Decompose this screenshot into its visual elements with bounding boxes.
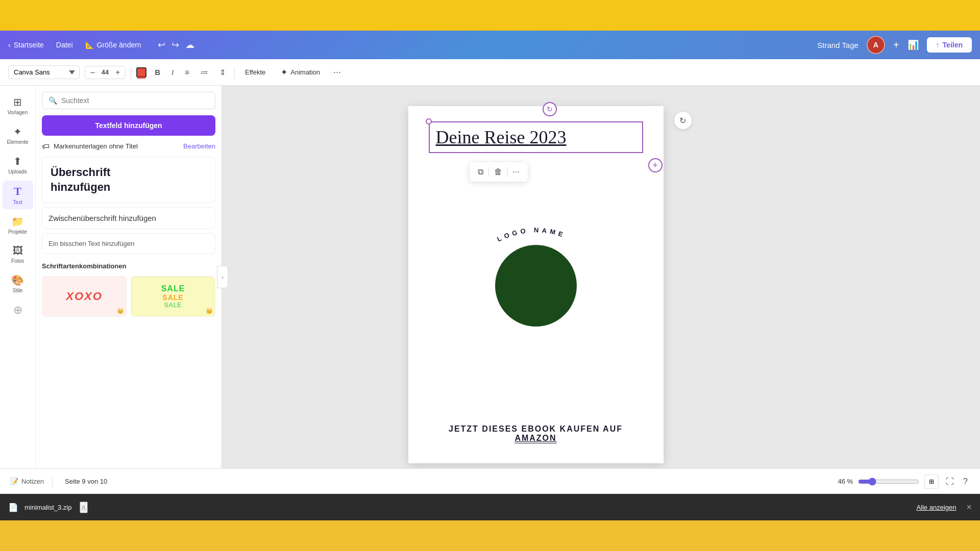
more-options-button[interactable]: ··· — [330, 65, 344, 80]
search-icon: 🔍 — [48, 96, 57, 105]
sidebar-item-fotos[interactable]: 🖼 Fotos — [3, 241, 33, 268]
sidebar-item-elemente[interactable]: ✦ Elemente — [3, 121, 33, 149]
float-divider-2 — [507, 167, 508, 177]
xoxo-text: XOXO — [66, 290, 103, 303]
download-filename: minimalist_3.zip — [24, 504, 71, 511]
list-button[interactable]: ≔ — [198, 66, 211, 79]
toolbar-divider-2 — [234, 66, 235, 79]
zoom-slider[interactable] — [858, 478, 919, 486]
float-more-button[interactable]: ··· — [510, 164, 523, 180]
download-expand-button[interactable]: ∧ — [80, 502, 88, 513]
resize-button[interactable]: 📐 Größe ändern — [85, 41, 141, 49]
cloud-save-button[interactable]: ☁ — [185, 39, 194, 51]
resize-label: Größe ändern — [97, 41, 141, 49]
float-copy-button[interactable]: ⧉ — [475, 164, 486, 180]
stile-icon: 🎨 — [11, 274, 24, 286]
sidebar-item-more[interactable]: ⊕ — [3, 299, 33, 321]
sidebar-item-stile[interactable]: 🎨 Stile — [3, 270, 33, 297]
text-toolbar: Canva Sans – 44 + B I ≡ ≔ ⇕ Effekte ✦ An… — [0, 59, 980, 86]
subheadline-option[interactable]: Zwischenüberschrift hinzufügen — [42, 207, 215, 229]
body-option[interactable]: Ein bisschen Text hinzufügen — [42, 233, 215, 254]
font-size-value: 44 — [99, 68, 111, 76]
font-combo-xoxo[interactable]: XOXO 👑 — [42, 276, 127, 317]
share-icon: ↑ — [936, 41, 940, 49]
redo-button[interactable]: ↪ — [172, 39, 179, 51]
spacing-button[interactable]: ⇕ — [216, 66, 229, 79]
main-content: ⊞ Vorlagen ✦ Elemente ⬆ Uploads T Text 📁 — [0, 86, 980, 468]
page-grid-button[interactable]: ⊞ — [924, 474, 939, 489]
uploads-icon: ⬆ — [13, 155, 22, 167]
add-textfield-button[interactable]: Textfeld hinzufügen — [42, 115, 215, 136]
fullscreen-button[interactable]: ⛶ — [944, 475, 956, 488]
zoom-area: 46 % ⊞ ⛶ ? — [838, 474, 970, 489]
vorlagen-label: Vorlagen — [8, 110, 28, 115]
font-size-decrease[interactable]: – — [88, 68, 97, 77]
share-button[interactable]: ↑ Teilen — [927, 37, 972, 53]
search-input[interactable] — [61, 96, 209, 105]
crown-badge-2: 👑 — [206, 308, 213, 314]
sidebar-item-projekte[interactable]: 📁 Projekte — [3, 211, 33, 239]
sidebar-item-uploads[interactable]: ⬆ Uploads — [3, 151, 33, 179]
font-select[interactable]: Canva Sans — [8, 65, 80, 79]
text-label: Text — [13, 199, 22, 205]
search-box: 🔍 — [42, 92, 215, 109]
text-element-box: ↻ Deine Reise 2023 + — [429, 121, 643, 153]
download-close-button[interactable]: × — [966, 502, 972, 513]
toolbar-divider-1 — [131, 66, 131, 79]
align-button[interactable]: ≡ — [182, 66, 192, 79]
sidebar-icons: ⊞ Vorlagen ✦ Elemente ⬆ Uploads T Text 📁 — [0, 86, 36, 468]
canvas-text-element[interactable]: Deine Reise 2023 — [436, 127, 567, 147]
effects-button[interactable]: Effekte — [240, 66, 271, 78]
brand-row: 🏷 Markenunterlagen ohne Titel Bearbeiten — [42, 142, 215, 151]
float-delete-button[interactable]: 🗑 — [491, 164, 505, 180]
stats-button[interactable]: 📊 — [908, 39, 919, 51]
text-element-container[interactable]: ↻ Deine Reise 2023 + — [429, 121, 643, 153]
expand-handle[interactable]: + — [648, 158, 663, 172]
resize-emoji: 📐 — [85, 41, 94, 49]
back-button[interactable]: ‹ Startseite — [8, 41, 44, 49]
text-icon: T — [14, 185, 21, 198]
projekte-icon: 📁 — [11, 215, 24, 228]
help-button[interactable]: ? — [961, 475, 970, 488]
add-user-button[interactable]: + — [893, 39, 899, 51]
sidebar-item-vorlagen[interactable]: ⊞ Vorlagen — [3, 92, 33, 119]
rotate-handle[interactable]: ↻ — [543, 102, 557, 116]
elemente-label: Elemente — [7, 139, 28, 145]
zoom-level: 46 % — [838, 478, 853, 485]
resize-handle[interactable] — [426, 118, 432, 124]
animation-button[interactable]: ✦ Animation — [276, 65, 325, 79]
bottom-divider — [52, 477, 53, 487]
combined-sidebar: ⊞ Vorlagen ✦ Elemente ⬆ Uploads T Text 📁 — [0, 86, 222, 468]
bottom-bar: 📝 Notizen Seite 9 von 10 46 % ⊞ ⛶ ? — [0, 468, 980, 494]
text-color-picker[interactable] — [136, 67, 146, 78]
copy-icon: ⧉ — [478, 167, 483, 177]
font-size-increase[interactable]: + — [113, 68, 122, 77]
italic-button[interactable]: I — [168, 66, 177, 79]
text-style-section: Überschrifthinzufügen Zwischenüberschrif… — [42, 157, 215, 254]
font-size-control: – 44 + — [85, 66, 126, 79]
animation-label: Animation — [290, 68, 320, 76]
bold-button[interactable]: B — [152, 66, 163, 79]
share-label: Teilen — [943, 41, 963, 49]
headline-option[interactable]: Überschrifthinzufügen — [42, 157, 215, 203]
sidebar-collapse-button[interactable]: ‹ — [217, 266, 228, 288]
projekte-label: Projekte — [8, 229, 27, 235]
elemente-icon: ✦ — [13, 126, 22, 138]
sale-text-2: SALE — [162, 293, 183, 302]
bearbeiten-button[interactable]: Bearbeiten — [183, 142, 215, 150]
sidebar-panel: 🔍 Textfeld hinzufügen 🏷 Markenunterlagen… — [36, 86, 222, 468]
canvas-rotate-button[interactable]: ↻ — [674, 111, 692, 130]
file-button[interactable]: Datei — [52, 39, 77, 51]
sidebar-item-text[interactable]: T Text — [3, 181, 33, 209]
font-combo-sale[interactable]: SALE SALE SALE 👑 — [131, 276, 215, 317]
undo-button[interactable]: ↩ — [158, 39, 165, 51]
bottom-text-line2: AMAZON — [421, 434, 651, 443]
notes-button[interactable]: 📝 Notizen — [10, 478, 44, 485]
svg-text:LOGO NAME: LOGO NAME — [496, 226, 567, 243]
view-all-button[interactable]: Alle anzeigen — [916, 504, 956, 511]
vorlagen-icon: ⊞ — [13, 96, 22, 108]
project-title: Strand Tage — [817, 41, 859, 49]
logo-element[interactable]: LOGO NAME — [480, 223, 592, 327]
float-divider — [488, 167, 489, 177]
stile-label: Stile — [13, 288, 22, 293]
